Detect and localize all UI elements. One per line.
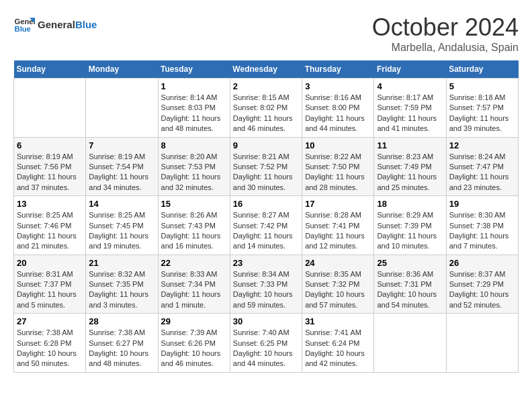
- day-number: 11: [377, 140, 443, 150]
- day-info: Sunrise: 8:31 AM Sunset: 7:37 PM Dayligh…: [17, 269, 83, 311]
- day-info: Sunrise: 8:27 AM Sunset: 7:42 PM Dayligh…: [233, 210, 299, 252]
- day-info: Sunrise: 8:34 AM Sunset: 7:33 PM Dayligh…: [233, 269, 299, 311]
- day-info: Sunrise: 8:36 AM Sunset: 7:31 PM Dayligh…: [377, 269, 443, 311]
- col-thursday: Thursday: [302, 60, 374, 79]
- day-number: 19: [449, 199, 515, 209]
- day-number: 9: [233, 140, 299, 150]
- table-row: 8Sunrise: 8:20 AM Sunset: 7:53 PM Daylig…: [158, 137, 230, 196]
- table-row: 24Sunrise: 8:35 AM Sunset: 7:32 PM Dayli…: [302, 255, 374, 314]
- table-row: 30Sunrise: 7:40 AM Sunset: 6:25 PM Dayli…: [230, 314, 302, 373]
- table-row: 9Sunrise: 8:21 AM Sunset: 7:52 PM Daylig…: [230, 137, 302, 196]
- col-wednesday: Wednesday: [230, 60, 302, 79]
- col-tuesday: Tuesday: [158, 60, 230, 79]
- calendar-header-row: Sunday Monday Tuesday Wednesday Thursday…: [14, 60, 519, 79]
- day-info: Sunrise: 8:28 AM Sunset: 7:41 PM Dayligh…: [305, 210, 371, 252]
- table-row: 5Sunrise: 8:18 AM Sunset: 7:57 PM Daylig…: [446, 79, 518, 138]
- table-row: 2Sunrise: 8:15 AM Sunset: 8:02 PM Daylig…: [230, 79, 302, 138]
- day-number: 14: [89, 199, 154, 209]
- table-row: 3Sunrise: 8:16 AM Sunset: 8:00 PM Daylig…: [302, 79, 374, 138]
- table-row: [446, 314, 518, 373]
- table-row: 26Sunrise: 8:37 AM Sunset: 7:29 PM Dayli…: [446, 255, 518, 314]
- calendar-week-row: 27Sunrise: 7:38 AM Sunset: 6:28 PM Dayli…: [14, 314, 519, 373]
- day-number: 16: [233, 199, 299, 209]
- day-info: Sunrise: 8:14 AM Sunset: 8:03 PM Dayligh…: [161, 93, 227, 134]
- day-info: Sunrise: 8:25 AM Sunset: 7:45 PM Dayligh…: [89, 210, 154, 252]
- day-number: 23: [233, 258, 299, 268]
- table-row: 21Sunrise: 8:32 AM Sunset: 7:35 PM Dayli…: [86, 255, 158, 314]
- day-number: 18: [377, 199, 443, 209]
- day-number: 8: [161, 140, 227, 150]
- day-number: 28: [89, 316, 154, 326]
- table-row: 7Sunrise: 8:19 AM Sunset: 7:54 PM Daylig…: [86, 137, 158, 196]
- day-number: 5: [449, 81, 515, 91]
- table-row: 27Sunrise: 7:38 AM Sunset: 6:28 PM Dayli…: [14, 314, 86, 373]
- logo-text: GeneralBlue: [38, 19, 97, 30]
- table-row: 6Sunrise: 8:19 AM Sunset: 7:56 PM Daylig…: [14, 137, 86, 196]
- table-row: 1Sunrise: 8:14 AM Sunset: 8:03 PM Daylig…: [158, 79, 230, 138]
- col-sunday: Sunday: [14, 60, 86, 79]
- table-row: [86, 79, 158, 138]
- table-row: 14Sunrise: 8:25 AM Sunset: 7:45 PM Dayli…: [86, 196, 158, 255]
- day-info: Sunrise: 8:19 AM Sunset: 7:54 PM Dayligh…: [89, 152, 154, 193]
- day-number: 17: [305, 199, 371, 209]
- day-info: Sunrise: 8:24 AM Sunset: 7:47 PM Dayligh…: [449, 152, 515, 193]
- month-title: October 2024: [372, 13, 519, 42]
- svg-text:Blue: Blue: [15, 25, 31, 33]
- calendar-week-row: 20Sunrise: 8:31 AM Sunset: 7:37 PM Dayli…: [14, 255, 519, 314]
- logo-icon: General Blue: [13, 13, 35, 35]
- table-row: 25Sunrise: 8:36 AM Sunset: 7:31 PM Dayli…: [374, 255, 446, 314]
- day-number: 13: [17, 199, 83, 209]
- day-number: 4: [377, 81, 443, 91]
- table-row: 12Sunrise: 8:24 AM Sunset: 7:47 PM Dayli…: [446, 137, 518, 196]
- calendar-week-row: 13Sunrise: 8:25 AM Sunset: 7:46 PM Dayli…: [14, 196, 519, 255]
- calendar-week-row: 6Sunrise: 8:19 AM Sunset: 7:56 PM Daylig…: [14, 137, 519, 196]
- day-info: Sunrise: 7:40 AM Sunset: 6:25 PM Dayligh…: [233, 328, 299, 369]
- table-row: 20Sunrise: 8:31 AM Sunset: 7:37 PM Dayli…: [14, 255, 86, 314]
- day-info: Sunrise: 7:39 AM Sunset: 6:26 PM Dayligh…: [161, 328, 227, 369]
- table-row: 22Sunrise: 8:33 AM Sunset: 7:34 PM Dayli…: [158, 255, 230, 314]
- day-info: Sunrise: 8:15 AM Sunset: 8:02 PM Dayligh…: [233, 93, 299, 134]
- table-row: 16Sunrise: 8:27 AM Sunset: 7:42 PM Dayli…: [230, 196, 302, 255]
- table-row: 23Sunrise: 8:34 AM Sunset: 7:33 PM Dayli…: [230, 255, 302, 314]
- day-info: Sunrise: 8:21 AM Sunset: 7:52 PM Dayligh…: [233, 152, 299, 193]
- day-info: Sunrise: 8:32 AM Sunset: 7:35 PM Dayligh…: [89, 269, 154, 311]
- title-block: October 2024 Marbella, Andalusia, Spain: [372, 13, 519, 54]
- day-number: 12: [449, 140, 515, 150]
- table-row: 17Sunrise: 8:28 AM Sunset: 7:41 PM Dayli…: [302, 196, 374, 255]
- location: Marbella, Andalusia, Spain: [372, 42, 519, 54]
- day-info: Sunrise: 8:33 AM Sunset: 7:34 PM Dayligh…: [161, 269, 227, 311]
- day-number: 27: [17, 316, 83, 326]
- day-number: 29: [161, 316, 227, 326]
- day-number: 3: [305, 81, 371, 91]
- table-row: [374, 314, 446, 373]
- day-info: Sunrise: 8:22 AM Sunset: 7:50 PM Dayligh…: [305, 152, 371, 193]
- day-info: Sunrise: 8:20 AM Sunset: 7:53 PM Dayligh…: [161, 152, 227, 193]
- day-number: 26: [449, 258, 515, 268]
- col-saturday: Saturday: [446, 60, 518, 79]
- day-number: 7: [89, 140, 154, 150]
- day-info: Sunrise: 8:16 AM Sunset: 8:00 PM Dayligh…: [305, 93, 371, 134]
- day-number: 24: [305, 258, 371, 268]
- table-row: 10Sunrise: 8:22 AM Sunset: 7:50 PM Dayli…: [302, 137, 374, 196]
- page-header: General Blue GeneralBlue October 2024 Ma…: [13, 13, 519, 54]
- day-number: 10: [305, 140, 371, 150]
- day-number: 21: [89, 258, 154, 268]
- table-row: 31Sunrise: 7:41 AM Sunset: 6:24 PM Dayli…: [302, 314, 374, 373]
- day-number: 1: [161, 81, 227, 91]
- calendar-table: Sunday Monday Tuesday Wednesday Thursday…: [13, 60, 519, 373]
- logo: General Blue GeneralBlue: [13, 13, 97, 35]
- day-info: Sunrise: 8:19 AM Sunset: 7:56 PM Dayligh…: [17, 152, 83, 193]
- col-friday: Friday: [374, 60, 446, 79]
- table-row: 29Sunrise: 7:39 AM Sunset: 6:26 PM Dayli…: [158, 314, 230, 373]
- day-info: Sunrise: 8:37 AM Sunset: 7:29 PM Dayligh…: [449, 269, 515, 311]
- day-number: 30: [233, 316, 299, 326]
- table-row: 19Sunrise: 8:30 AM Sunset: 7:38 PM Dayli…: [446, 196, 518, 255]
- day-info: Sunrise: 8:25 AM Sunset: 7:46 PM Dayligh…: [17, 210, 83, 252]
- day-number: 25: [377, 258, 443, 268]
- table-row: 11Sunrise: 8:23 AM Sunset: 7:49 PM Dayli…: [374, 137, 446, 196]
- day-info: Sunrise: 7:38 AM Sunset: 6:27 PM Dayligh…: [89, 328, 154, 369]
- day-info: Sunrise: 8:18 AM Sunset: 7:57 PM Dayligh…: [449, 93, 515, 134]
- table-row: 18Sunrise: 8:29 AM Sunset: 7:39 PM Dayli…: [374, 196, 446, 255]
- table-row: [14, 79, 86, 138]
- day-info: Sunrise: 8:23 AM Sunset: 7:49 PM Dayligh…: [377, 152, 443, 193]
